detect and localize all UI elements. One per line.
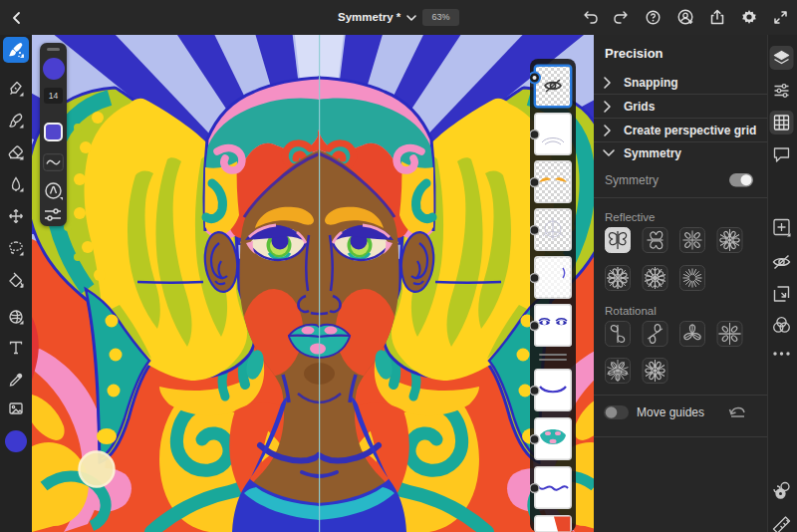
svg-text:Rotational: Rotational bbox=[605, 305, 657, 317]
svg-text:Precision: Precision bbox=[605, 46, 664, 61]
svg-text:Move guides: Move guides bbox=[637, 405, 704, 419]
svg-text:Grids: Grids bbox=[624, 100, 656, 114]
svg-text:Create perspective grid: Create perspective grid bbox=[624, 124, 756, 137]
svg-text:Snapping: Snapping bbox=[624, 76, 678, 90]
svg-text:Reflective: Reflective bbox=[605, 211, 656, 223]
svg-text:Symmetry: Symmetry bbox=[605, 173, 659, 187]
svg-text:Symmetry: Symmetry bbox=[624, 146, 681, 160]
